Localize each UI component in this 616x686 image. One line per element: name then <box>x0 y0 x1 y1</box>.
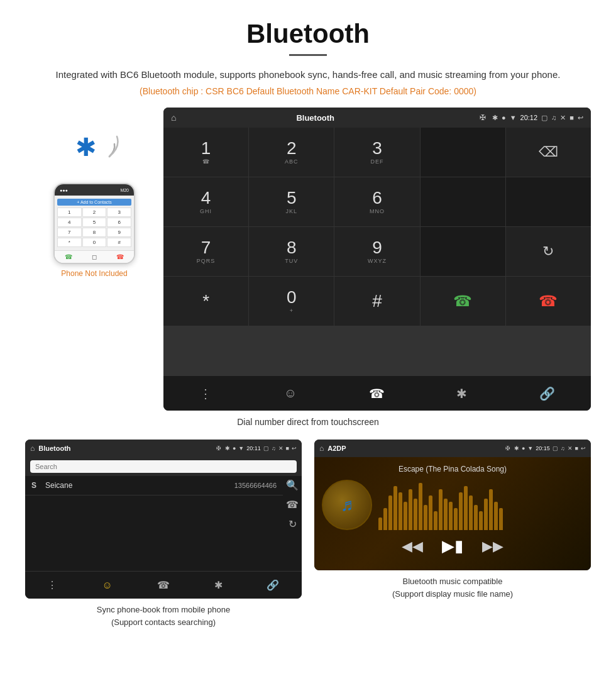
home-icon[interactable]: ⌂ <box>171 113 176 123</box>
music-cam-icon: ▢ <box>553 445 558 451</box>
phone-key-star[interactable]: * <box>57 238 82 247</box>
phone-top-bar: ●●● M20 <box>55 184 134 196</box>
music-status-icons: ✱ ● ▼ 20:15 ▢ ♫ ✕ ■ ↩ <box>514 445 586 451</box>
dial-end-key[interactable]: ☎ <box>506 277 591 326</box>
pb-call-icon[interactable]: ☎ <box>286 499 299 511</box>
dial-key-5[interactable]: 5 JKL <box>249 177 334 226</box>
viz-bar <box>399 492 402 530</box>
dial-key-7[interactable]: 7 PQRS <box>163 227 248 276</box>
pb-usb-icon: ✠ <box>216 445 221 451</box>
phonebook-screen: ⌂ Bluetooth ✠ ✱ ● ▼ 20:11 ▢ ♫ ✕ ■ ↩ <box>25 440 302 599</box>
viz-bar <box>459 492 463 530</box>
dial-key-6[interactable]: 6 MNO <box>334 177 419 226</box>
dial-key-8[interactable]: 8 TUV <box>249 227 334 276</box>
bottom-row: ⌂ Bluetooth ✠ ✱ ● ▼ 20:11 ▢ ♫ ✕ ■ ↩ <box>0 440 616 628</box>
dial-key-9[interactable]: 9 WXYZ <box>334 227 419 276</box>
phone-key-6[interactable]: 6 <box>107 218 131 227</box>
music-status-bar: ⌂ A2DP ✠ ✱ ● ▼ 20:15 ▢ ♫ ✕ ■ ↩ <box>314 440 591 457</box>
music-song-title: Escape (The Pina Colada Song) <box>322 465 583 473</box>
phone-key-5[interactable]: 5 <box>82 218 107 227</box>
viz-bar <box>484 499 488 530</box>
dial-refresh-key[interactable]: ↻ <box>506 227 591 276</box>
viz-bar <box>434 511 437 530</box>
music-loc-icon: ● <box>522 445 525 451</box>
phone-key-3[interactable]: 3 <box>107 207 131 217</box>
pb-nav-phone-icon[interactable]: ☎ <box>157 579 170 591</box>
viz-bar <box>499 508 503 530</box>
dial-screen-title: Bluetooth <box>182 113 448 123</box>
viz-bar <box>393 486 397 530</box>
pb-right-icons: 🔍 ☎ ↻ <box>283 476 302 533</box>
dial-call-key[interactable]: ☎ <box>421 277 505 326</box>
bluetooth-icon: ✱ <box>75 133 97 162</box>
phone-key-0[interactable]: 0 <box>82 238 107 247</box>
phone-screen: + Add to Contacts 1 2 3 4 5 6 7 8 9 * 0 … <box>55 196 134 250</box>
music-win-icon: ■ <box>575 445 578 451</box>
phone-key-4[interactable]: 4 <box>57 218 82 227</box>
pb-nav-contact-icon[interactable]: ☺ <box>102 580 112 591</box>
phone-signal: ●●● <box>60 188 68 192</box>
pb-back-icon[interactable]: ↩ <box>292 445 297 451</box>
music-screen: ⌂ A2DP ✠ ✱ ● ▼ 20:15 ▢ ♫ ✕ ■ ↩ Escape (T… <box>314 440 591 570</box>
dial-key-hash[interactable]: # <box>334 277 419 326</box>
pb-contact-number: 13566664466 <box>234 482 277 489</box>
music-content: Escape (The Pina Colada Song) ♬ ◀◀ ▶▮ ▶▶ <box>314 457 591 570</box>
viz-bar <box>439 489 443 530</box>
pb-contact-list: S Seicane 13566664466 <box>25 476 283 533</box>
pb-win-icon: ■ <box>286 445 289 451</box>
pb-nav-grid-icon[interactable]: ⋮ <box>47 579 57 591</box>
phone-key-hash[interactable]: # <box>107 238 131 247</box>
phone-key-7[interactable]: 7 <box>57 228 82 237</box>
camera-icon: ▢ <box>541 114 547 122</box>
pb-search-input[interactable] <box>30 460 297 473</box>
music-usb-icon: ✠ <box>505 445 510 451</box>
dial-key-2[interactable]: 2 ABC <box>249 128 334 177</box>
dial-nav-grid-icon[interactable]: ⋮ <box>199 386 212 401</box>
page-title: Bluetooth <box>0 0 616 54</box>
viz-bar <box>474 505 478 530</box>
pb-refresh-icon[interactable]: ↻ <box>289 518 297 530</box>
pb-nav-bt-icon[interactable]: ✱ <box>214 579 223 591</box>
dial-backspace-key[interactable]: ⌫ <box>506 128 591 177</box>
back-icon[interactable]: ↩ <box>578 114 583 122</box>
music-visualizer <box>378 480 583 530</box>
phonebook-caption: Sync phone-book from mobile phone(Suppor… <box>97 604 230 628</box>
music-play-pause-icon[interactable]: ▶▮ <box>442 536 463 556</box>
dial-key-empty-4 <box>421 227 505 276</box>
phone-not-included-label: Phone Not Included <box>61 269 127 278</box>
dial-key-3[interactable]: 3 DEF <box>334 128 419 177</box>
phone-key-2[interactable]: 2 <box>82 207 107 217</box>
dial-nav-phone-icon[interactable]: ☎ <box>369 386 385 401</box>
bt-icon-wrap: ✱ <box>69 126 119 177</box>
phone-key-1[interactable]: 1 <box>57 207 82 217</box>
caption-main: Dial number direct from touchscreen <box>0 417 616 427</box>
signal-icon: ▼ <box>510 114 517 121</box>
phone-carrier: M20 <box>120 188 129 192</box>
dial-key-1[interactable]: 1 ☎ <box>163 128 248 177</box>
pb-vol-icon: ♫ <box>272 445 276 451</box>
title-divider <box>289 54 327 56</box>
pb-search-icon[interactable]: 🔍 <box>286 479 299 491</box>
pb-home-icon[interactable]: ⌂ <box>30 444 35 453</box>
music-bt-icon: ✱ <box>514 445 519 451</box>
music-back-icon[interactable]: ↩ <box>581 445 586 451</box>
phone-key-8[interactable]: 8 <box>82 228 107 237</box>
music-next-icon[interactable]: ▶▶ <box>482 538 503 555</box>
dial-status-bar: ⌂ Bluetooth ✠ ✱ ● ▼ 20:12 ▢ ♫ ✕ ■ ↩ <box>163 108 591 128</box>
phone-key-9[interactable]: 9 <box>107 228 131 237</box>
location-icon: ● <box>502 114 506 121</box>
viz-bar <box>424 505 427 530</box>
viz-bar <box>419 483 422 530</box>
dial-nav-contact-icon[interactable]: ☺ <box>284 386 297 401</box>
music-prev-icon[interactable]: ◀◀ <box>402 538 423 555</box>
dial-nav-bluetooth-icon[interactable]: ✱ <box>456 386 467 401</box>
dial-key-star[interactable]: * <box>163 277 248 326</box>
pb-contact-row[interactable]: S Seicane 13566664466 <box>25 476 283 495</box>
music-home-icon[interactable]: ⌂ <box>319 444 324 453</box>
phone-add-contact: + Add to Contacts <box>57 199 131 206</box>
dial-key-0[interactable]: 0 + <box>249 277 334 326</box>
pb-nav-link-icon[interactable]: 🔗 <box>267 579 279 591</box>
dial-nav-link-icon[interactable]: 🔗 <box>539 386 555 401</box>
usb-icon: ✠ <box>480 113 486 122</box>
dial-key-4[interactable]: 4 GHI <box>163 177 248 226</box>
